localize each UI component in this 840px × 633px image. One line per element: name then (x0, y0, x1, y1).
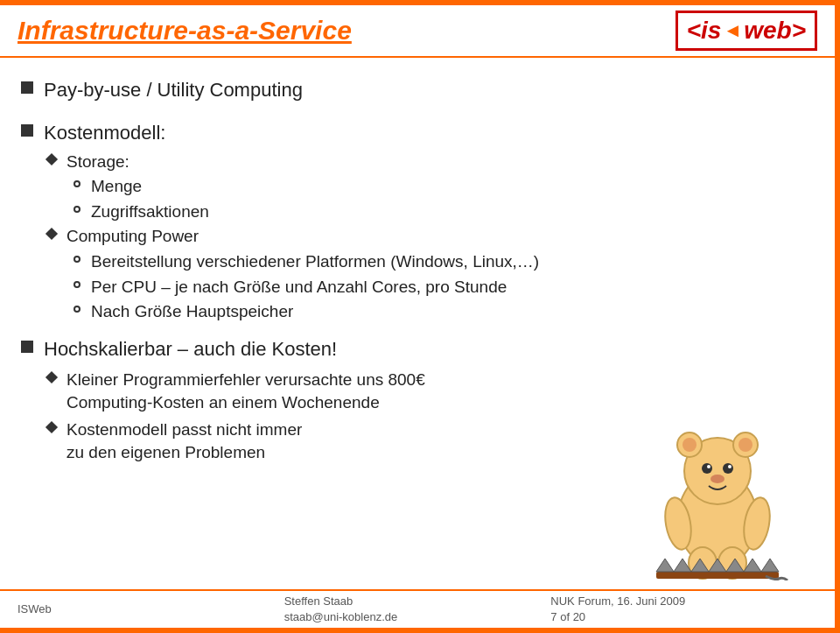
svg-point-10 (710, 475, 724, 483)
bullet-square-icon (21, 81, 33, 94)
footer-author: Steffen Staab (284, 594, 551, 609)
item3-text: Hochskalierbar – auch die Kosten! (44, 336, 337, 363)
bullet-diamond-icon (46, 228, 58, 240)
bullet-diamond-icon (46, 421, 58, 433)
svg-point-5 (738, 438, 752, 452)
footer-page: 7 of 20 (550, 609, 817, 625)
list-item: Per CPU – je nach Größe und Anzahl Cores… (74, 276, 814, 299)
bullet-diamond-icon (46, 370, 58, 383)
right-border (835, 0, 840, 633)
footer-org: ISWeb (18, 601, 284, 617)
item1-text: Pay-by-use / Utility Computing (44, 77, 303, 104)
bullet-circle-icon (74, 306, 80, 313)
bullet-diamond-icon (46, 153, 58, 165)
item2-label: Kostenmodell: (44, 120, 165, 147)
list-item: Zugriffsaktionen (74, 200, 814, 224)
list-item: Computing Power (47, 225, 814, 249)
page-title: Infrastructure-as-a-Service (18, 16, 352, 46)
kostenmodell-text: Kostenmodell passt nicht immerzu den eig… (66, 418, 302, 465)
footer: ISWeb Steffen Staab staab@uni-koblenz.de… (0, 589, 835, 628)
svg-point-9 (728, 465, 732, 468)
bullet-circle-icon (74, 281, 80, 288)
footer-event: NUK Forum, 16. Juni 2009 (550, 594, 817, 609)
zugriffsaktionen-text: Zugriffsaktionen (91, 200, 209, 224)
svg-marker-16 (656, 559, 674, 572)
bullet-circle-icon (74, 206, 80, 213)
svg-rect-15 (656, 572, 779, 579)
bullet-square-icon (21, 124, 33, 137)
bullet-circle-icon (74, 256, 80, 263)
bereitstellung-text: Bereitstellung verschiedener Platformen … (91, 250, 539, 274)
footer-email: staab@uni-koblenz.de (284, 609, 551, 625)
hauptspeicher-text: Nach Größe Hauptspeicher (91, 300, 293, 324)
bullet-circle-icon (74, 180, 80, 187)
logo-suffix: web> (744, 17, 806, 45)
computing-power-text: Computing Power (66, 225, 199, 249)
logo: <is ◄ web> (676, 11, 817, 51)
bottom-border (0, 628, 840, 633)
logo-text: <is (687, 17, 722, 45)
list-item: Bereitstellung verschiedener Platformen … (74, 250, 814, 274)
svg-point-6 (702, 463, 712, 474)
header: Infrastructure-as-a-Service <is ◄ web> (0, 5, 835, 58)
svg-point-8 (707, 465, 710, 468)
footer-col-2: Steffen Staab staab@uni-koblenz.de (284, 594, 551, 625)
svg-marker-22 (761, 559, 779, 572)
list-item: Kostenmodell: (21, 120, 814, 147)
per-cpu-text: Per CPU – je nach Größe und Anzahl Cores… (91, 276, 507, 299)
bullet-square-icon (21, 341, 33, 353)
list-item: Nach Größe Hauptspeicher (74, 300, 814, 324)
list-item: Pay-by-use / Utility Computing (21, 77, 814, 104)
list-item: Menge (74, 175, 814, 199)
list-item: Storage: (47, 151, 814, 174)
storage-label: Storage: (66, 151, 130, 174)
programmier-text: Kleiner Programmierfehler verursachte un… (66, 369, 425, 415)
menge-text: Menge (91, 175, 142, 199)
footer-col-1: ISWeb (18, 601, 284, 617)
illustration (630, 405, 805, 580)
svg-point-7 (723, 463, 733, 474)
footer-col-3: NUK Forum, 16. Juni 2009 7 of 20 (550, 594, 817, 625)
logo-arrow-icon: ◄ (723, 19, 742, 42)
list-item: Hochskalierbar – auch die Kosten! (21, 336, 814, 363)
svg-point-4 (682, 438, 696, 452)
